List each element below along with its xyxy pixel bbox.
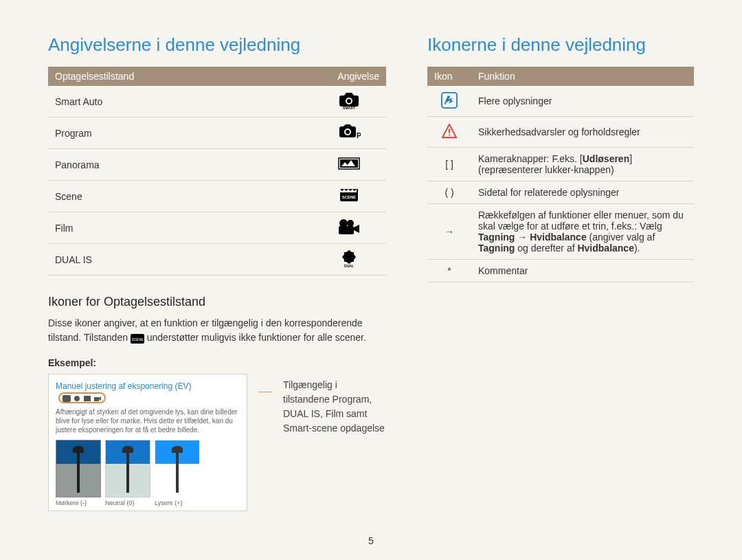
- mode-label: Film: [48, 212, 330, 244]
- sub-heading: Ikoner for Optagelsestilstand: [48, 295, 386, 309]
- film-icon: [337, 218, 361, 236]
- warning-icon: [438, 122, 461, 140]
- th-function: Funktion: [471, 67, 694, 86]
- thumb-label: Lysere (+): [155, 500, 199, 506]
- svg-rect-13: [339, 226, 354, 234]
- arrow-icon: →: [427, 204, 471, 260]
- info-icon: [438, 91, 461, 109]
- left-heading: Angivelserne i denne vejledning: [48, 34, 386, 56]
- svg-point-2: [347, 99, 351, 103]
- mode-label: Program: [48, 117, 330, 149]
- svg-text:DUAL: DUAL: [344, 264, 354, 267]
- left-column: Angivelserne i denne vejledning Optagels…: [48, 34, 386, 546]
- svg-rect-21: [84, 396, 91, 401]
- body-text: Disse ikoner angiver, at en funktion er …: [48, 316, 386, 345]
- smart-auto-icon: SMART: [337, 91, 361, 109]
- thumb-darker: Mørkere (-): [56, 440, 100, 506]
- example-card-desc: Afhængigt af styrken af det omgivende ly…: [56, 407, 240, 434]
- table-row: Program P: [48, 117, 386, 149]
- callout-text: Tilgængelig i tilstandene Program, DUAL …: [283, 378, 386, 436]
- table-row: Flere oplysninger: [427, 86, 694, 117]
- table-row: Panorama: [48, 149, 386, 181]
- func-text: Flere oplysninger: [471, 86, 694, 117]
- svg-text:SCENE: SCENE: [342, 195, 357, 199]
- thumb-neutral: Neutral (0): [105, 440, 149, 506]
- th-mode: Optagelsestilstand: [48, 67, 330, 86]
- svg-point-14: [339, 219, 348, 227]
- th-indicator: Angivelse: [330, 67, 386, 86]
- mode-label: Smart Auto: [48, 86, 330, 117]
- mode-icon-strip: [58, 392, 106, 403]
- svg-point-20: [74, 396, 80, 401]
- svg-rect-22: [94, 397, 99, 401]
- func-text: Kameraknapper: F.eks. [Udløseren] (repræ…: [471, 148, 694, 181]
- func-text: Sikkerhedsadvarsler og forholdsregler: [471, 117, 694, 148]
- svg-text:P: P: [357, 132, 361, 139]
- table-row: ( ) Sidetal for relaterede oplysninger: [427, 181, 694, 204]
- svg-point-15: [347, 220, 354, 227]
- svg-point-6: [346, 130, 350, 134]
- mode-label: Panorama: [48, 149, 330, 181]
- thumb-label: Mørkere (-): [56, 500, 100, 506]
- callout-connector: [258, 392, 272, 392]
- dual-is-icon: [73, 394, 81, 401]
- right-heading: Ikonerne i denne vejledning: [427, 34, 694, 56]
- table-row: Scene SCENE: [48, 181, 386, 212]
- example-card: Manuel justering af eksponering (EV) Afh…: [48, 374, 247, 511]
- program-icon: P: [337, 123, 361, 141]
- example-label: Eksempel:: [48, 357, 386, 368]
- example-card-title: Manuel justering af eksponering (EV): [56, 381, 240, 403]
- page-number: 5: [368, 535, 374, 546]
- table-row: → Rækkefølgen af funktioner eller menuer…: [427, 204, 694, 260]
- svg-rect-19: [63, 395, 71, 402]
- parens-icon: ( ): [427, 181, 471, 204]
- svg-rect-25: [449, 135, 450, 136]
- table-row: DUAL IS DUAL: [48, 244, 386, 276]
- program-icon: [63, 394, 71, 401]
- right-column: Ikonerne i denne vejledning Ikon Funktio…: [427, 34, 694, 546]
- thumb-lighter: Lysere (+): [155, 440, 199, 506]
- scene-icon: SCENE: [337, 186, 361, 204]
- asterisk-icon: *: [427, 260, 471, 282]
- icon-legend-table: Ikon Funktion Flere oplysninger Sikkerhe…: [427, 67, 694, 282]
- scene-icon: [83, 394, 91, 401]
- svg-text:SCENE: SCENE: [131, 337, 144, 341]
- table-row: [ ] Kameraknapper: F.eks. [Udløseren] (r…: [427, 148, 694, 181]
- mode-label: DUAL IS: [48, 244, 330, 276]
- func-text: Sidetal for relaterede oplysninger: [471, 181, 694, 204]
- scene-icon: SCENE: [131, 333, 144, 343]
- table-row: Film: [48, 212, 386, 244]
- table-row: * Kommentar: [427, 260, 694, 282]
- film-icon: [93, 394, 102, 401]
- dual-is-icon: DUAL: [337, 249, 361, 267]
- panorama-icon: [337, 155, 361, 172]
- table-row: Smart Auto SMART: [48, 86, 386, 117]
- table-row: Sikkerhedsadvarsler og forholdsregler: [427, 117, 694, 148]
- func-text: Rækkefølgen af funktioner eller menuer, …: [471, 204, 694, 260]
- svg-text:SMART: SMART: [343, 106, 355, 109]
- svg-rect-24: [449, 128, 450, 133]
- thumb-label: Neutral (0): [105, 500, 149, 506]
- mode-label: Scene: [48, 181, 330, 212]
- shooting-mode-table: Optagelsestilstand Angivelse Smart Auto …: [48, 67, 386, 276]
- th-icon: Ikon: [427, 67, 471, 86]
- func-text: Kommentar: [471, 260, 694, 282]
- brackets-icon: [ ]: [427, 148, 471, 181]
